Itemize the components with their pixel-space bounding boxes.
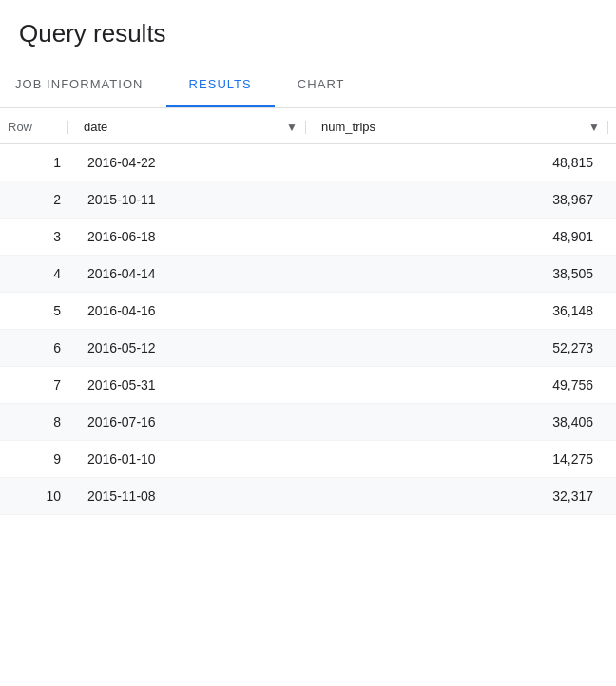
table-row: 22015-10-1138,967 [0, 181, 616, 219]
cell-num-trips: 48,815 [314, 144, 616, 181]
table-row: 82016-07-1638,406 [0, 404, 616, 441]
cell-num-trips: 38,505 [314, 256, 616, 293]
date-sort-icon[interactable]: ▼ [286, 121, 298, 134]
cell-num-trips: 14,275 [314, 441, 616, 478]
results-table: Row date ▼ num_trips ▼ [0, 108, 616, 515]
page-header: Query results [0, 0, 616, 48]
table-row: 102015-11-0832,317 [0, 478, 616, 515]
cell-row-num: 10 [0, 478, 76, 515]
table-row: 72016-05-3149,756 [0, 367, 616, 404]
cell-num-trips: 52,273 [314, 330, 616, 367]
num-trips-sort-icon[interactable]: ▼ [588, 121, 600, 134]
col-header-row: Row [0, 108, 76, 144]
cell-row-num: 6 [0, 330, 76, 367]
cell-date: 2016-05-12 [76, 330, 314, 367]
page-title: Query results [19, 19, 597, 48]
col-divider-2 [305, 121, 306, 134]
col-header-num-trips[interactable]: num_trips ▼ [314, 108, 616, 144]
cell-date: 2016-04-22 [76, 144, 314, 181]
cell-num-trips: 32,317 [314, 478, 616, 515]
table-row: 92016-01-1014,275 [0, 441, 616, 478]
tabs-bar: JOB INFORMATION RESULTS CHART [0, 64, 616, 108]
cell-date: 2016-07-16 [76, 404, 314, 441]
cell-date: 2016-01-10 [76, 441, 314, 478]
table-row: 42016-04-1438,505 [0, 256, 616, 293]
cell-date: 2016-06-18 [76, 219, 314, 256]
cell-num-trips: 38,967 [314, 181, 616, 219]
table-row: 12016-04-2248,815 [0, 144, 616, 181]
table-header-row: Row date ▼ num_trips ▼ [0, 108, 616, 144]
col-divider [67, 121, 68, 134]
cell-row-num: 9 [0, 441, 76, 478]
cell-date: 2016-04-14 [76, 256, 314, 293]
cell-row-num: 2 [0, 181, 76, 219]
cell-date: 2016-04-16 [76, 293, 314, 330]
cell-row-num: 1 [0, 144, 76, 181]
results-table-container: Row date ▼ num_trips ▼ [0, 108, 616, 515]
cell-date: 2016-05-31 [76, 367, 314, 404]
col-divider-3 [607, 121, 608, 134]
cell-num-trips: 36,148 [314, 293, 616, 330]
cell-num-trips: 48,901 [314, 219, 616, 256]
tab-job-information[interactable]: JOB INFORMATION [0, 64, 166, 107]
col-header-date[interactable]: date ▼ [76, 108, 314, 144]
cell-num-trips: 49,756 [314, 367, 616, 404]
cell-date: 2015-10-11 [76, 181, 314, 219]
tab-chart[interactable]: CHART [275, 64, 368, 107]
cell-row-num: 3 [0, 219, 76, 256]
table-row: 62016-05-1252,273 [0, 330, 616, 367]
table-row: 52016-04-1636,148 [0, 293, 616, 330]
cell-row-num: 5 [0, 293, 76, 330]
table-body: 12016-04-2248,81522015-10-1138,96732016-… [0, 144, 616, 515]
cell-row-num: 7 [0, 367, 76, 404]
cell-row-num: 8 [0, 404, 76, 441]
cell-date: 2015-11-08 [76, 478, 314, 515]
tab-results[interactable]: RESULTS [166, 64, 275, 107]
cell-num-trips: 38,406 [314, 404, 616, 441]
cell-row-num: 4 [0, 256, 76, 293]
table-row: 32016-06-1848,901 [0, 219, 616, 256]
